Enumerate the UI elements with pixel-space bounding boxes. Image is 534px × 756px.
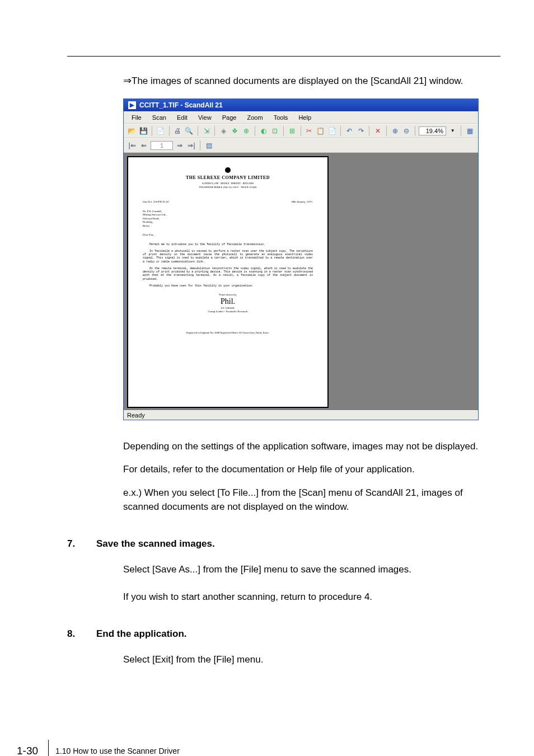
section-7-title: Save the scanned images. (96, 538, 215, 550)
tool-icon-2[interactable]: ❖ (230, 126, 240, 136)
menu-scan[interactable]: Scan (148, 113, 171, 122)
menu-view[interactable]: View (194, 113, 216, 122)
section-8-title: End the application. (96, 628, 187, 640)
scanner-icon[interactable]: ⇲ (202, 126, 212, 136)
section-7-p2: If you wish to start another scanning, r… (123, 590, 500, 604)
tool-icon-4[interactable]: ◐ (259, 126, 269, 136)
doc-p3: At the remote terminal, demodulation rec… (143, 267, 313, 281)
preview-icon[interactable]: 🔍 (184, 126, 194, 136)
section-8-p1: Select [Exit] from the [File] menu. (123, 653, 500, 667)
zoom-in-icon[interactable]: ⊕ (390, 126, 400, 136)
doc-p1: Permit me to introduce you to the facili… (143, 243, 313, 246)
dropdown-icon[interactable]: ▼ (448, 126, 458, 136)
section-7-p1: Select [Save As...] from the [File] menu… (123, 563, 500, 577)
toolbar-main: 📂 💾 📄 🖨 🔍 ⇲ ◈ ❖ ⊕ ◐ ⊡ ⊞ ✂ 📋 (124, 124, 478, 138)
next-page-icon[interactable]: ⇒ (175, 140, 185, 151)
rotate-right-icon[interactable]: ↷ (356, 126, 366, 136)
menu-zoom[interactable]: Zoom (242, 113, 267, 122)
doc-addr5: Berks. (143, 224, 313, 228)
paste-icon[interactable]: 📄 (327, 126, 338, 136)
doc-ref: Our Ref. 350/PJC/EAC (143, 200, 169, 204)
copy-icon[interactable]: 📋 (316, 126, 326, 136)
doc-p4: Probably you have uses for this facility… (143, 284, 313, 288)
titlebar: ▶ CCITT_1.TIF - ScandAll 21 (124, 99, 478, 111)
tool-icon-1[interactable]: ◈ (218, 126, 228, 136)
doc-salutation: Dear Pete, (143, 233, 313, 237)
footer-page-number: 1-30 (17, 745, 38, 756)
menu-tools[interactable]: Tools (269, 113, 293, 122)
new-doc-icon[interactable]: 📄 (156, 126, 166, 136)
doc-signature: Phil. (143, 297, 313, 307)
fit-icon[interactable]: ▦ (465, 126, 475, 136)
tool-icon-5[interactable]: ⊡ (270, 126, 280, 136)
first-page-icon[interactable]: |⇐ (127, 140, 137, 151)
page-number-input[interactable]: 1 (151, 141, 173, 150)
save-icon[interactable]: 💾 (139, 126, 149, 136)
note-para3: e.x.) When you select [To File...] from … (123, 486, 500, 514)
doc-date: 18th January, 1972. (291, 200, 313, 204)
delete-icon[interactable]: ✕ (373, 126, 383, 136)
app-icon: ▶ (128, 101, 136, 109)
screenshot-window: ▶ CCITT_1.TIF - ScandAll 21 File Scan Ed… (123, 98, 500, 420)
doc-company: THE SLEREXE COMPANY LIMITED (143, 175, 313, 181)
zoom-out-icon[interactable]: ⊖ (401, 126, 411, 136)
section-8-number: 8. (67, 628, 84, 640)
scanned-document: THE SLEREXE COMPANY LIMITED SAPORS LANE … (127, 156, 329, 408)
tool-icon-3[interactable]: ⊕ (241, 126, 251, 136)
menu-file[interactable]: File (127, 113, 146, 122)
intro-text: The images of scanned documents are disp… (132, 76, 463, 86)
layout-icon[interactable]: ▤ (204, 140, 214, 151)
window-title: CCITT_1.TIF - ScandAll 21 (139, 101, 223, 109)
doc-role: Group Leader - Facsimile Research (143, 310, 313, 313)
menubar: File Scan Edit View Page Zoom Tools Help (124, 111, 478, 124)
zoom-value-box[interactable]: 19.4% (419, 126, 446, 135)
document-canvas: THE SLEREXE COMPANY LIMITED SAPORS LANE … (124, 153, 478, 410)
menu-edit[interactable]: Edit (172, 113, 192, 122)
status-bar: Ready (124, 410, 478, 420)
doc-subheader2: TELEPHONE BOOLE (945 13) 51617 · TELEX 1… (143, 186, 313, 189)
open-icon[interactable]: 📂 (127, 126, 137, 136)
doc-subheader1: SAPORS LANE · BOOLE · DORSET · BH25 8ER (143, 182, 313, 185)
print-icon[interactable]: 🖨 (173, 126, 183, 136)
rotate-left-icon[interactable]: ↶ (344, 126, 354, 136)
menu-page[interactable]: Page (218, 113, 241, 122)
menu-help[interactable]: Help (294, 113, 316, 122)
doc-p2: In facsimile a photocell is caused to pe… (143, 250, 313, 264)
page-footer: 1-30 1.10 How to use the Scanner Driver (17, 740, 500, 756)
tool-icon-6[interactable]: ⊞ (287, 126, 297, 136)
section-7-number: 7. (67, 538, 84, 550)
footer-section-label: 1.10 How to use the Scanner Driver (55, 746, 180, 755)
prev-page-icon[interactable]: ⇐ (139, 140, 149, 151)
toolbar-nav: |⇐ ⇐ 1 ⇒ ⇒| ▤ (124, 138, 478, 153)
cut-icon[interactable]: ✂ (305, 126, 315, 136)
arrow-symbol: ⇒ (123, 75, 132, 86)
note-para2: For details, refer to the documentation … (123, 463, 500, 477)
doc-footer: Registered in England: No. 2088 Register… (143, 331, 313, 335)
note-para1: Depending on the settings of the applica… (123, 440, 500, 454)
last-page-icon[interactable]: ⇒| (186, 140, 196, 151)
